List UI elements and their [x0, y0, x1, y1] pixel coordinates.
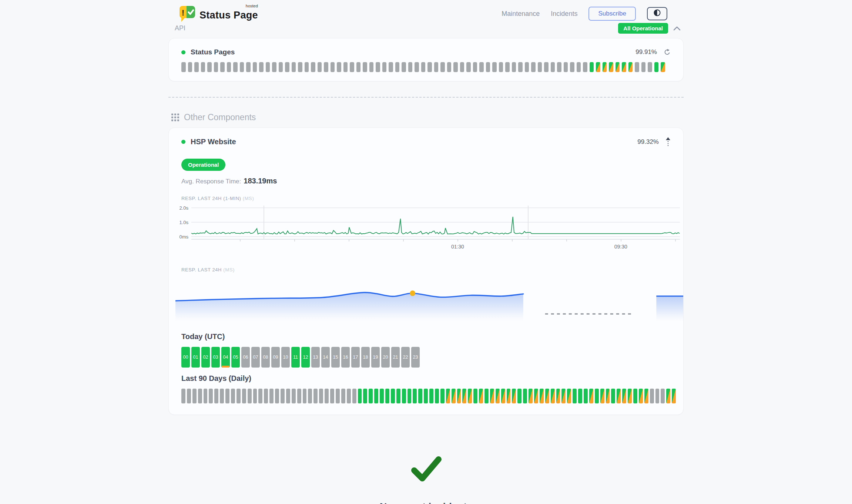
- hour-block-02[interactable]: 02: [201, 347, 210, 368]
- uptime-bar-empty[interactable]: [655, 389, 660, 403]
- hour-block-07[interactable]: 07: [251, 347, 260, 368]
- uptime-bar-degraded[interactable]: [490, 389, 494, 403]
- nav-maintenance[interactable]: Maintenance: [502, 10, 540, 18]
- uptime-bar-degraded[interactable]: [628, 62, 633, 72]
- uptime-bar-empty[interactable]: [330, 389, 334, 403]
- uptime-bar-empty[interactable]: [258, 389, 262, 403]
- uptime-bar-empty[interactable]: [181, 62, 186, 72]
- uptime-bar-empty[interactable]: [319, 389, 323, 403]
- uptime-bar-empty[interactable]: [204, 389, 208, 403]
- hour-block-12[interactable]: 12: [301, 347, 310, 368]
- uptime-bar-degraded[interactable]: [589, 389, 593, 403]
- uptime-bar-empty[interactable]: [347, 389, 351, 403]
- uptime-bar-degraded[interactable]: [628, 389, 632, 403]
- hour-block-04[interactable]: 04: [221, 347, 230, 368]
- uptime-bar-degraded[interactable]: [609, 62, 613, 72]
- uptime-bar-empty[interactable]: [225, 389, 229, 403]
- uptime-bar-empty[interactable]: [641, 62, 646, 72]
- uptime-bar-empty[interactable]: [650, 389, 654, 403]
- theme-toggle-button[interactable]: [647, 7, 667, 20]
- uptime-bar-degraded[interactable]: [496, 389, 500, 403]
- hour-block-06[interactable]: 06: [241, 347, 250, 368]
- nav-incidents[interactable]: Incidents: [551, 10, 577, 18]
- uptime-bar-operational[interactable]: [358, 389, 362, 403]
- uptime-bar-degraded[interactable]: [606, 389, 610, 403]
- uptime-bar-empty[interactable]: [352, 389, 356, 403]
- uptime-bar-empty[interactable]: [499, 62, 503, 72]
- uptime-bar-empty[interactable]: [233, 62, 238, 72]
- uptime-bar-degraded[interactable]: [644, 389, 648, 403]
- hour-block-17[interactable]: 17: [351, 347, 360, 368]
- hour-block-03[interactable]: 03: [211, 347, 220, 368]
- uptime-bar-empty[interactable]: [389, 62, 393, 72]
- uptime-bar-empty[interactable]: [551, 62, 555, 72]
- uptime-bar-empty[interactable]: [564, 62, 568, 72]
- hour-block-20[interactable]: 20: [381, 347, 390, 368]
- uptime-bar-empty[interactable]: [525, 62, 529, 72]
- uptime-bar-operational[interactable]: [595, 389, 599, 403]
- uptime-bar-empty[interactable]: [460, 62, 464, 72]
- uptime-bar-empty[interactable]: [337, 62, 341, 72]
- uptime-bar-empty[interactable]: [648, 62, 652, 72]
- uptime-bar-degraded[interactable]: [479, 389, 483, 403]
- uptime-bar-empty[interactable]: [253, 62, 257, 72]
- uptime-bar-empty[interactable]: [253, 389, 257, 403]
- hour-block-14[interactable]: 14: [321, 347, 330, 368]
- uptime-bar-empty[interactable]: [318, 62, 322, 72]
- uptime-bar-degraded[interactable]: [507, 389, 511, 403]
- uptime-bar-operational[interactable]: [391, 389, 395, 403]
- uptime-bar-empty[interactable]: [466, 62, 471, 72]
- uptime-bar-empty[interactable]: [281, 389, 285, 403]
- uptime-bar-empty[interactable]: [363, 62, 367, 72]
- uptime-bar-empty[interactable]: [308, 389, 312, 403]
- uptime-bar-empty[interactable]: [661, 389, 665, 403]
- hour-block-01[interactable]: 01: [191, 347, 200, 368]
- uptime-bar-operational[interactable]: [396, 389, 400, 403]
- uptime-bar-empty[interactable]: [209, 389, 213, 403]
- uptime-bar-empty[interactable]: [434, 62, 439, 72]
- uptime-bar-empty[interactable]: [402, 62, 406, 72]
- uptime-bar-empty[interactable]: [292, 62, 296, 72]
- uptime-bar-empty[interactable]: [264, 389, 268, 403]
- uptime-bar-degraded[interactable]: [617, 389, 621, 403]
- uptime-bar-degraded[interactable]: [545, 389, 549, 403]
- uptime-bar-operational[interactable]: [611, 389, 615, 403]
- uptime-bar-empty[interactable]: [421, 62, 426, 72]
- uptime-bar-operational[interactable]: [429, 389, 433, 403]
- uptime-bar-operational[interactable]: [424, 389, 428, 403]
- uptime-bar-operational[interactable]: [523, 389, 527, 403]
- uptime-bar-operational[interactable]: [633, 389, 637, 403]
- uptime-bar-empty[interactable]: [440, 62, 445, 72]
- uptime-bar-empty[interactable]: [538, 62, 542, 72]
- uptime-bar-degraded[interactable]: [452, 389, 456, 403]
- uptime-bar-degraded[interactable]: [457, 389, 461, 403]
- uptime-bar-degraded[interactable]: [512, 389, 516, 403]
- uptime-bar-empty[interactable]: [415, 62, 419, 72]
- uptime-bar-degraded[interactable]: [551, 389, 555, 403]
- uptime-bar-empty[interactable]: [479, 62, 484, 72]
- hour-block-15[interactable]: 15: [331, 347, 340, 368]
- uptime-bar-empty[interactable]: [408, 62, 413, 72]
- uptime-bar-empty[interactable]: [531, 62, 536, 72]
- uptime-bar-degraded[interactable]: [622, 389, 626, 403]
- uptime-bar-empty[interactable]: [286, 389, 290, 403]
- hour-block-22[interactable]: 22: [401, 347, 410, 368]
- uptime-bar-empty[interactable]: [350, 62, 354, 72]
- hour-block-00[interactable]: 00: [181, 347, 190, 368]
- uptime-bar-operational[interactable]: [473, 389, 477, 403]
- uptime-bar-empty[interactable]: [227, 62, 231, 72]
- refresh-icon[interactable]: [664, 49, 671, 55]
- uptime-bar-operational[interactable]: [654, 62, 659, 72]
- hour-block-19[interactable]: 19: [371, 347, 380, 368]
- uptime-bar-empty[interactable]: [635, 62, 639, 72]
- uptime-bar-empty[interactable]: [376, 62, 380, 72]
- uptime-bar-empty[interactable]: [512, 62, 516, 72]
- uptime-bar-empty[interactable]: [269, 389, 274, 403]
- uptime-bar-operational[interactable]: [590, 62, 594, 72]
- brand-logo[interactable]: ! Status Page hosted: [179, 4, 258, 22]
- uptime-bar-operational[interactable]: [573, 389, 577, 403]
- uptime-bar-empty[interactable]: [343, 62, 348, 72]
- uptime-bar-degraded[interactable]: [462, 389, 466, 403]
- uptime-bar-empty[interactable]: [313, 389, 318, 403]
- uptime-bar-operational[interactable]: [385, 389, 389, 403]
